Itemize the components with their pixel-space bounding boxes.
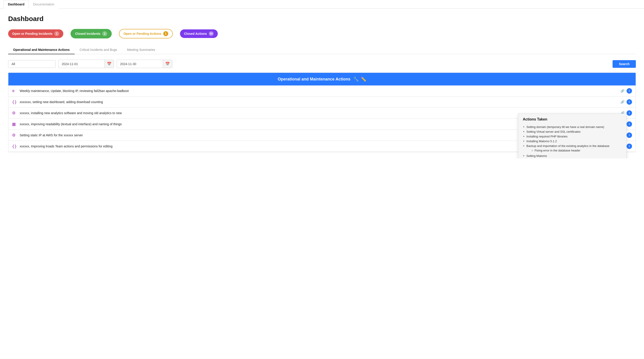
tab-meeting-summaries[interactable]: Meeting Summaries: [122, 46, 160, 54]
tooltip-sublist: Adding force_ssl = 1 to the config: [526, 158, 622, 158]
row-icon-3: ⚙: [12, 110, 18, 116]
tooltip-item: Setting Virtual server and SSL certifica…: [523, 129, 622, 134]
table-row[interactable]: ≡ Weekly maintenance, Update, blocking I…: [8, 86, 636, 96]
info-btn-5[interactable]: i: [626, 132, 632, 138]
summary-badges: Open or Pending Incidents 1 Closed Incid…: [8, 29, 636, 38]
row-icon-6: {}: [12, 144, 18, 149]
table-header-icons: 🔧 ✏️: [353, 76, 366, 82]
external-link-icon-1[interactable]: 🔗: [620, 89, 624, 93]
tooltip-title: Actions Taken: [523, 117, 622, 122]
edit-icon[interactable]: ✏️: [361, 76, 366, 82]
info-btn-3[interactable]: i: [626, 110, 632, 116]
date-to-input[interactable]: [117, 60, 163, 68]
tooltip-item: Installing Matomo 5.1.2: [523, 139, 622, 144]
info-btn-4[interactable]: i: [626, 122, 632, 127]
actions-taken-tooltip: Actions Taken Setting domain (temporary …: [518, 114, 626, 158]
page-title: Dashboard: [8, 15, 636, 22]
tooltip-subitem: Fixing error in the database header: [531, 148, 622, 153]
page-body: Dashboard Open or Pending Incidents 1 Cl…: [0, 8, 644, 158]
badge-closed-actions[interactable]: Closed Actions 50: [180, 30, 218, 38]
badge-open-incidents[interactable]: Open or Pending Incidents 1: [8, 30, 63, 38]
tooltip-item: Setting domain (temporary till we have a…: [523, 124, 622, 129]
section-tabs: Operational and Maintenance Actions Crit…: [8, 46, 636, 54]
table-header: Operational and Maintenance Actions 🔧 ✏️: [8, 73, 636, 86]
search-button[interactable]: Search: [612, 60, 636, 68]
row-icon-4: ▦: [12, 122, 18, 126]
date-from-input[interactable]: [58, 60, 104, 68]
tooltip-subitem: Adding force_ssl = 1 to the config: [531, 158, 622, 158]
row-icon-5: ⚙: [12, 133, 18, 138]
row-icon-2: {}: [12, 100, 18, 104]
row-icon-1: ≡: [12, 88, 18, 94]
tab-operational[interactable]: Operational and Maintenance Actions: [8, 46, 74, 54]
info-btn-1[interactable]: i: [626, 88, 632, 94]
main-table: Operational and Maintenance Actions 🔧 ✏️…: [8, 72, 636, 152]
filter-row: 📅 📅 Search: [8, 60, 636, 68]
date-from-wrapper: 📅: [58, 60, 114, 68]
date-to-wrapper: 📅: [117, 60, 172, 68]
wrench-icon[interactable]: 🔧: [353, 76, 359, 82]
tab-dashboard[interactable]: Dashboard: [4, 0, 29, 8]
tooltip-item: Installing required PHP libraries: [523, 134, 622, 139]
badge-open-actions[interactable]: Open or Pending Actions 1: [119, 29, 173, 38]
tooltip-list: Setting domain (temporary till we have a…: [523, 124, 622, 158]
tooltip-item: Backup and importation of the existing a…: [523, 144, 622, 154]
top-nav: Dashboard Documentation: [0, 0, 644, 8]
filter-dropdown[interactable]: [8, 60, 56, 68]
external-link-icon-2[interactable]: 🔗: [620, 100, 624, 104]
table-row[interactable]: {} xxxxxxx, setting new dashboard, addin…: [8, 96, 636, 108]
info-btn-6[interactable]: i: [626, 144, 632, 149]
tooltip-sublist: Fixing error in the database header: [526, 148, 622, 153]
date-to-icon[interactable]: 📅: [163, 60, 172, 68]
tooltip-item: Setting Matomo Adding force_ssl = 1 to t…: [523, 154, 622, 158]
badge-closed-incidents[interactable]: Closed Incidents 1: [70, 29, 112, 38]
info-btn-2[interactable]: i: [626, 99, 632, 105]
tab-critical-incidents[interactable]: Critical Incidents and Bugs: [74, 46, 122, 54]
table-title: Operational and Maintenance Actions: [278, 77, 350, 82]
date-from-icon[interactable]: 📅: [104, 60, 114, 68]
tab-documentation[interactable]: Documentation: [29, 0, 58, 8]
